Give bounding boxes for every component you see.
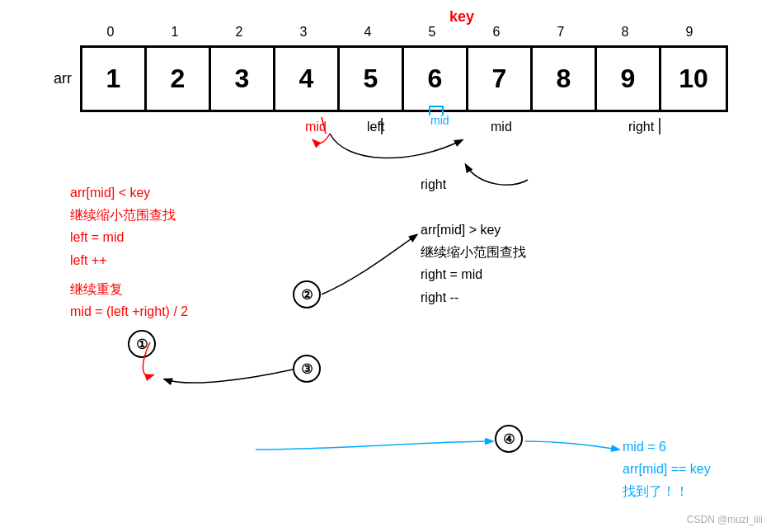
circle-3: ③: [293, 355, 321, 383]
cell-8: 9: [597, 48, 661, 110]
array-boxes: 1 2 3 4 5 6 7 8 9 10: [80, 45, 728, 112]
index-4: 4: [336, 25, 400, 40]
cell-7: 8: [533, 48, 597, 110]
cell-2: 3: [211, 48, 275, 110]
right-line2: 继续缩小范围查找: [421, 241, 526, 263]
circle-1: ①: [128, 330, 156, 358]
right-line4: right --: [421, 286, 526, 308]
left-line6: mid = (left +right) / 2: [70, 300, 188, 322]
circle-4: ④: [495, 425, 523, 453]
index-2: 2: [207, 25, 271, 40]
left-text-block: arr[mid] < key 继续缩小范围查找 left = mid left …: [70, 181, 188, 322]
index-5: 5: [400, 25, 464, 40]
index-7: 7: [529, 25, 593, 40]
cell-6: 7: [468, 48, 533, 110]
index-1: 1: [143, 25, 207, 40]
right-line1: arr[mid] > key: [421, 219, 526, 241]
left-line2: 继续缩小范围查找: [70, 204, 188, 226]
bottom-line1: mid = 6: [623, 435, 711, 458]
cell-0: 1: [82, 48, 147, 110]
index-8: 8: [593, 25, 657, 40]
pointer-mid-blue: mid: [430, 114, 449, 127]
pointer-mid-red: mid: [305, 120, 327, 134]
right-near-array: right: [421, 177, 446, 192]
cell-4: 5: [340, 48, 404, 110]
pointer-right: right: [628, 120, 654, 134]
pointer-left: left: [367, 120, 384, 134]
cell-1: 2: [147, 48, 211, 110]
bottom-line2: arr[mid] == key: [623, 458, 711, 480]
arr-label: arr: [54, 70, 72, 87]
array-container: arr 1 2 3 4 5 6 7 8 9 10: [54, 45, 728, 112]
index-3: 3: [271, 25, 336, 40]
key-label: key: [449, 8, 474, 26]
left-line3: left = mid: [70, 226, 188, 248]
index-9: 9: [657, 25, 722, 40]
left-line1: arr[mid] < key: [70, 181, 188, 204]
right-line3: right = mid: [421, 263, 526, 285]
index-0: 0: [78, 25, 143, 40]
bottom-line3: 找到了！！: [623, 480, 711, 502]
watermark: CSDN @muzi_liii: [687, 514, 763, 525]
cell-9: 10: [661, 48, 726, 110]
cell-3: 4: [275, 48, 340, 110]
circle-2: ②: [293, 280, 321, 308]
right-text-block: arr[mid] > key 继续缩小范围查找 right = mid righ…: [421, 219, 526, 308]
left-line5: 继续重复: [70, 278, 188, 300]
pointer-mid-black: mid: [491, 120, 512, 134]
bottom-text-block: mid = 6 arr[mid] == key 找到了！！: [623, 435, 711, 503]
main-canvas: key 0 1 2 3 4 5 6 7 8 9 arr 1 2 3 4 5 6 …: [0, 0, 771, 532]
left-line4: left ++: [70, 249, 188, 271]
index-6: 6: [464, 25, 529, 40]
index-row: 0 1 2 3 4 5 6 7 8 9: [78, 25, 722, 40]
cell-5: 6: [404, 48, 468, 110]
